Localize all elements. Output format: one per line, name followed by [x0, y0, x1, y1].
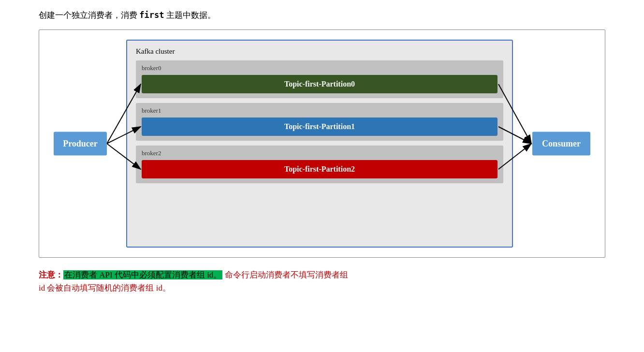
note-rest-line1: 命令行启动消费者不填写消费者组 [222, 270, 348, 279]
broker0-box: broker0 Topic-first-Partition0 [136, 60, 503, 98]
intro-text: 创建一个独立消费者，消费 first 主题中数据。 [39, 10, 605, 21]
code-word: first [139, 10, 164, 20]
broker2-box: broker2 Topic-first-Partition2 [136, 146, 503, 183]
note-highlight: 在消费者 API 代码中必须配置消费者组 id。 [63, 270, 222, 279]
diagram-container: Kafka cluster broker0 Topic-first-Partit… [39, 29, 605, 258]
kafka-cluster: Kafka cluster broker0 Topic-first-Partit… [126, 40, 513, 248]
consumer-box: Consumer [532, 132, 590, 156]
partition1-box: Topic-first-Partition1 [142, 117, 498, 136]
producer-box: Producer [54, 132, 107, 156]
broker1-box: broker1 Topic-first-Partition1 [136, 103, 503, 141]
note-bold: 注意： [39, 270, 63, 279]
broker0-label: broker0 [142, 64, 498, 72]
kafka-cluster-label: Kafka cluster [136, 47, 503, 56]
note-section: 注意：在消费者 API 代码中必须配置消费者组 id。 命令行启动消费者不填写消… [39, 268, 605, 281]
broker2-label: broker2 [142, 149, 498, 157]
partition2-box: Topic-first-Partition2 [142, 160, 498, 178]
partition0-box: Topic-first-Partition0 [142, 75, 498, 93]
broker1-label: broker1 [142, 107, 498, 115]
note-line2: id 会被自动填写随机的消费者组 id。 [39, 281, 605, 294]
diagram-inner: Kafka cluster broker0 Topic-first-Partit… [54, 40, 590, 248]
